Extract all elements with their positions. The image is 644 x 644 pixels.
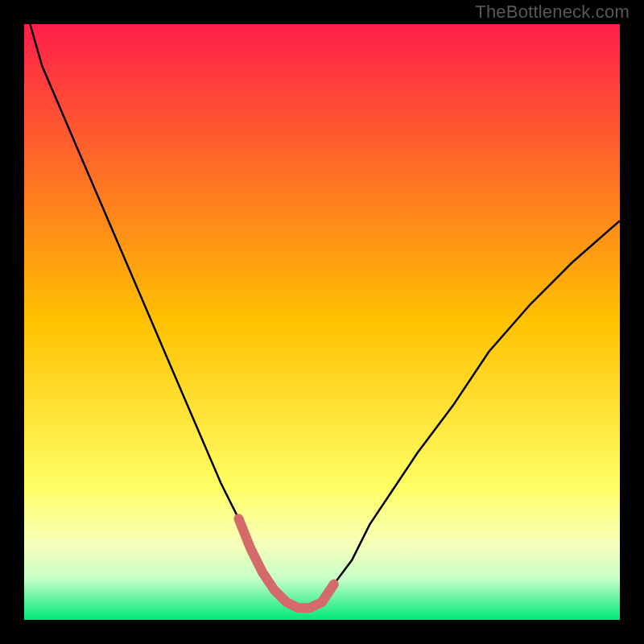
plot-background	[24, 24, 620, 620]
bottleneck-chart	[0, 0, 644, 644]
watermark-text: TheBottleneck.com	[475, 2, 630, 23]
chart-frame: TheBottleneck.com	[0, 0, 644, 644]
